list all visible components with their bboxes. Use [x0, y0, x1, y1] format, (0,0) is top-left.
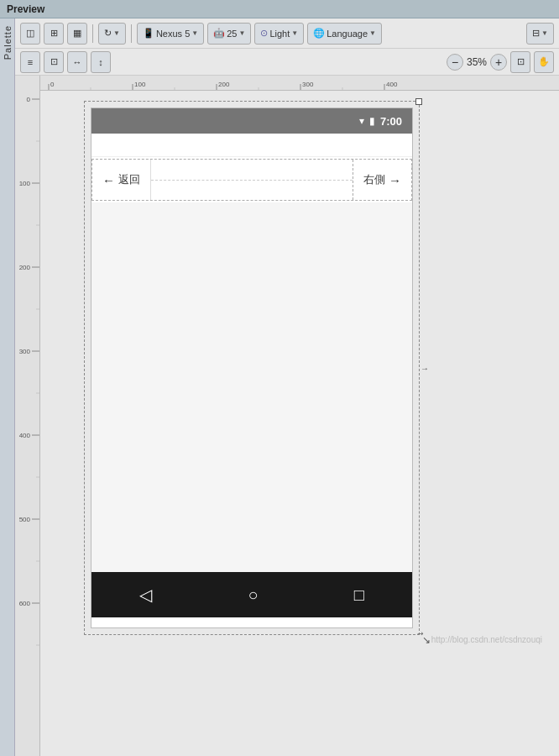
minus-icon: − [452, 55, 458, 69]
nav-home-icon[interactable]: ○ [248, 585, 258, 605]
rotate-icon: ↻ [104, 28, 112, 39]
nav-back-icon[interactable]: ◁ [139, 585, 152, 605]
api-dropdown[interactable]: 🤖 25 ▼ [207, 23, 251, 45]
device-arrow-icon: ▼ [191, 29, 198, 37]
main-area: ◫ ⊞ ▦ ↻ ▼ 📱 Nexus 5 ▼ 🤖 25 ▼ ⊙ Light ▼ [15, 18, 559, 756]
phone-frame: ▾ ▮ 7:00 → ← 返回 [91, 108, 413, 628]
wifi-icon: ▾ [359, 115, 364, 127]
hand-icon: ✋ [538, 56, 550, 67]
svg-text:300: 300 [302, 81, 314, 88]
svg-text:200: 200 [218, 81, 230, 88]
move-h-icon: ↔ [73, 57, 82, 67]
device-dropdown[interactable]: 📱 Nexus 5 ▼ [137, 23, 204, 45]
svg-text:100: 100 [19, 180, 31, 187]
language-label: Language [327, 29, 368, 39]
expand-right-icon: → [421, 364, 429, 373]
design-icon: ◫ [26, 28, 34, 39]
palette-sidebar: Palette [0, 18, 15, 756]
blueprint-mode-btn[interactable]: ▦ [67, 23, 87, 45]
zoom-percent: 35% [467, 56, 487, 68]
theme-arrow-icon: ▼ [291, 29, 298, 37]
grid2-icon: ⊡ [50, 56, 58, 67]
app-bar: → ← 返回 右側 → [91, 159, 412, 201]
list-icon: ≡ [28, 57, 33, 67]
expand-br-icon: ↘ [422, 634, 431, 646]
title-bar: Preview [0, 0, 559, 18]
separator2 [131, 24, 132, 43]
rotate-arrow-icon: ▼ [113, 29, 120, 37]
theme-dropdown[interactable]: ⊙ Light ▼ [254, 23, 304, 45]
list-view-btn[interactable]: ≡ [20, 51, 40, 73]
separator1 [92, 24, 93, 43]
canvas-scroll[interactable]: 0 100 200 300 400 [40, 76, 559, 756]
layout-icon: ⊟ [532, 28, 540, 39]
rotate-dropdown[interactable]: ↻ ▼ [98, 23, 126, 45]
svg-text:200: 200 [19, 264, 31, 271]
svg-text:500: 500 [19, 516, 31, 523]
android-icon: 🤖 [213, 28, 225, 39]
zoom-controls: − 35% + ⊡ ✋ [447, 51, 554, 73]
layout-dropdown[interactable]: ⊟ ▼ [526, 23, 554, 45]
right-button[interactable]: 右側 → [353, 160, 411, 200]
nav-recents-icon[interactable]: □ [354, 585, 364, 605]
plus-icon: + [495, 55, 502, 69]
svg-text:400: 400 [386, 81, 398, 88]
toolbar-row2: ≡ ⊡ ↔ ↕ − 35% + ⊡ ✋ [15, 49, 559, 76]
left-ruler: 0 100 200 300 400 500 600 [15, 76, 40, 756]
layout-arrow-icon: ▼ [541, 29, 548, 37]
design-mode-btn[interactable]: ◫ [20, 23, 40, 45]
back-arrow-icon: ← [102, 173, 115, 187]
grid-icon: ⊞ [50, 28, 58, 39]
globe-icon: 🌐 [313, 28, 325, 39]
status-time: 7:00 [380, 115, 402, 128]
phone-container: ↘ → ↘ ▾ ▮ 7:00 [40, 91, 559, 648]
device-label: Nexus 5 [156, 29, 190, 39]
svg-text:300: 300 [19, 348, 31, 355]
action-bar-spacer [91, 134, 412, 157]
move-h-btn[interactable]: ↔ [67, 51, 87, 73]
left-ruler-svg: 0 100 200 300 400 500 600 [15, 91, 40, 756]
phone-icon: 📱 [143, 28, 154, 39]
svg-text:400: 400 [19, 432, 31, 439]
move-v-btn[interactable]: ↕ [91, 51, 111, 73]
bottom-nav-bar: ◁ ○ □ [91, 572, 412, 617]
battery-icon: ▮ [369, 115, 375, 127]
api-arrow-icon: ▼ [238, 29, 245, 37]
back-button[interactable]: ← 返回 [92, 160, 151, 200]
palette-label: Palette [3, 25, 13, 60]
svg-text:600: 600 [19, 600, 31, 607]
title-placeholder [151, 160, 353, 200]
svg-text:0: 0 [50, 81, 55, 88]
grid-mode-btn[interactable]: ⊞ [44, 23, 64, 45]
grid-view-btn[interactable]: ⊡ [44, 51, 64, 73]
hand-tool-btn[interactable]: ✋ [534, 51, 554, 73]
top-ruler-svg: 0 100 200 300 400 [40, 76, 559, 91]
content-area [91, 202, 412, 572]
theme-circle-icon: ⊙ [260, 28, 268, 39]
canvas-area: 0 100 200 300 400 500 600 [15, 76, 559, 756]
toolbar-row1: ◫ ⊞ ▦ ↻ ▼ 📱 Nexus 5 ▼ 🤖 25 ▼ ⊙ Light ▼ [15, 18, 559, 49]
fit-icon: ⊡ [517, 56, 525, 67]
api-label: 25 [227, 29, 237, 39]
center-line [151, 180, 353, 181]
zoom-minus-btn[interactable]: − [447, 54, 463, 71]
zoom-fit-btn[interactable]: ⊡ [510, 51, 530, 73]
right-arrow-icon: → [389, 173, 401, 187]
language-dropdown[interactable]: 🌐 Language ▼ [307, 23, 382, 45]
right-label: 右側 [363, 172, 385, 187]
svg-text:100: 100 [134, 81, 146, 88]
title-text: Preview [7, 3, 44, 15]
zoom-plus-btn[interactable]: + [490, 54, 507, 71]
handle-tr [415, 98, 422, 105]
expand-top-right-icon: → [410, 161, 413, 171]
resize-icon: ↘ [415, 628, 426, 639]
move-v-icon: ↕ [98, 57, 103, 67]
status-bar: ▾ ▮ 7:00 [91, 108, 412, 134]
theme-label: Light [269, 29, 290, 39]
blueprint-icon: ▦ [73, 28, 81, 39]
top-ruler: 0 100 200 300 400 [40, 76, 559, 91]
watermark: http://blog.csdn.net/csdnzouqi [431, 635, 542, 644]
language-arrow-icon: ▼ [369, 29, 376, 37]
phone-selection-wrapper: ↘ → ↘ ▾ ▮ 7:00 [91, 108, 413, 628]
back-label: 返回 [118, 172, 140, 187]
